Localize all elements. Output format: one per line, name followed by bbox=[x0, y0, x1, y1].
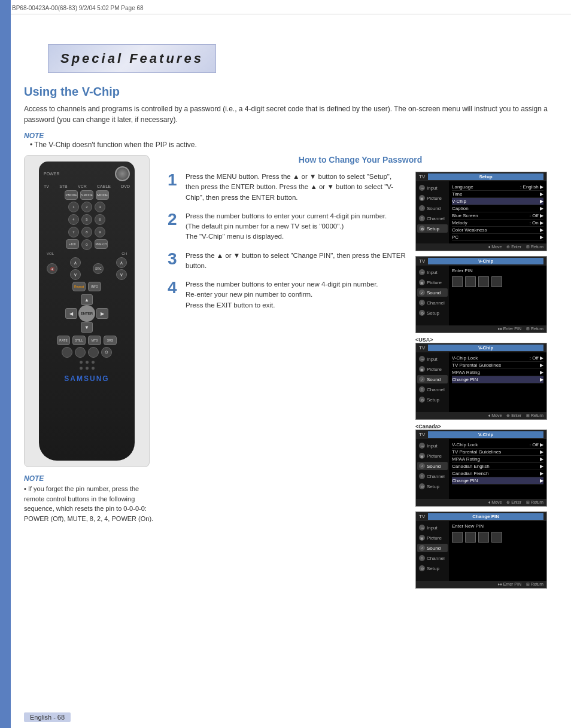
canfrench-label: Canadian French bbox=[452, 471, 488, 476]
screen1-input-label: Input bbox=[427, 185, 438, 191]
intro-text: Access to channels and programs is contr… bbox=[24, 103, 553, 125]
btn-prech[interactable]: PRE-CH bbox=[95, 239, 108, 249]
fn-btn-2[interactable] bbox=[75, 347, 86, 358]
canenglish-label: Canadian English bbox=[452, 464, 490, 469]
nav-right[interactable]: ▶ bbox=[96, 308, 108, 319]
pjate-button[interactable]: P.ATE bbox=[57, 336, 70, 345]
bottom-row-2: ⊙ bbox=[44, 347, 130, 358]
dot-3 bbox=[92, 361, 95, 364]
mpaa-arrow: ▶ bbox=[540, 370, 543, 375]
still-button[interactable]: STILL bbox=[72, 336, 86, 345]
screen1-item-picture: ▣ Picture bbox=[417, 194, 448, 202]
section-title: Using the V-Chip bbox=[24, 85, 553, 99]
source-button[interactable]: SRC bbox=[93, 263, 104, 274]
pmode-button[interactable]: P.MODE bbox=[65, 190, 78, 200]
screen1-sound-label: Sound bbox=[427, 206, 441, 211]
ch-label: CH bbox=[122, 252, 127, 255]
screen3-tv-label: TV bbox=[419, 345, 425, 351]
btn-4[interactable]: 4 bbox=[68, 214, 79, 225]
num-row-2: 4 5 6 bbox=[44, 214, 130, 225]
screen-vchip-pin: TV V-Chip ⇒Input ▣Picture ♪Sound ≡Channe… bbox=[415, 256, 547, 333]
repeat-button[interactable]: Repeat bbox=[72, 282, 86, 291]
ch-down[interactable]: ∨ bbox=[116, 269, 127, 280]
pin-box-1 bbox=[452, 276, 463, 287]
ca-vchiplock-value: : Off ▶ bbox=[530, 442, 543, 447]
ca-vchiplock-label: V-Chip Lock bbox=[452, 442, 478, 447]
screen3-item-setup: ⚙Setup bbox=[417, 395, 448, 404]
changepin-arrow: ▶ bbox=[540, 377, 543, 382]
btn-3[interactable]: 3 bbox=[95, 202, 105, 212]
colorweakness-label: Color Weakness bbox=[452, 227, 487, 233]
usa-label: <USA> bbox=[415, 337, 553, 343]
pin-boxes bbox=[452, 276, 543, 287]
step-2-number: 2 bbox=[168, 211, 180, 228]
screen5-body: ⇒Input ▣Picture ♪Sound ≡Channel ⚙Setup E… bbox=[416, 521, 546, 581]
sound-icon: ♪ bbox=[419, 205, 425, 211]
screen4-row-vchiplock: V-Chip Lock : Off ▶ bbox=[452, 441, 543, 449]
changepin-label: Change PIN bbox=[452, 377, 478, 382]
btn-1[interactable]: 1 bbox=[68, 202, 79, 212]
mute-button[interactable]: 🔇 bbox=[47, 263, 57, 274]
screen-canada-vchip: TV V-Chip ⇒Input ▣Picture ♪Sound ≡Channe… bbox=[415, 430, 547, 507]
new-pin-box-4 bbox=[491, 532, 502, 543]
enternewpin-label: Enter New PIN bbox=[452, 523, 543, 529]
screen1-tv-label: TV bbox=[419, 174, 425, 179]
screen1-content: Language : English ▶ Time ▶ V-Chip ▶ bbox=[449, 181, 546, 243]
mts-button[interactable]: MTS bbox=[88, 336, 101, 345]
vcr-label: VCR bbox=[78, 184, 87, 188]
screen4-item-sound: ♪Sound bbox=[417, 462, 448, 470]
srs-button[interactable]: SRS bbox=[104, 336, 117, 345]
mode-button[interactable]: MODE bbox=[96, 190, 109, 200]
pin-box-3 bbox=[478, 276, 489, 287]
btn-5[interactable]: 5 bbox=[81, 214, 92, 225]
step-3: 3 Press the ▲ or ▼ button to select "Cha… bbox=[168, 251, 406, 272]
screen4-footer: ♦ Move ⊕ Enter ⊞ Return bbox=[416, 499, 546, 506]
btn-8[interactable]: 8 bbox=[81, 227, 92, 237]
note-label: NOTE bbox=[24, 132, 44, 140]
fn-btn-3[interactable] bbox=[88, 347, 99, 358]
vol-up[interactable]: ∧ bbox=[70, 257, 81, 268]
vol-down[interactable]: ∨ bbox=[70, 269, 81, 280]
screen-changepin: TV Change PIN ⇒Input ▣Picture ♪Sound ≡Ch… bbox=[415, 511, 547, 589]
screen3-row-changepin: Change PIN ▶ bbox=[452, 376, 543, 383]
source-row: TV STB VCR CABLE DVD bbox=[44, 184, 130, 188]
screen1-picture-label: Picture bbox=[427, 196, 442, 201]
nav-down[interactable]: ▼ bbox=[81, 322, 93, 333]
screen3-sidebar: ⇒Input ▣Picture ♪Sound ≡Channel ⚙Setup bbox=[416, 352, 449, 412]
btn-9[interactable]: 9 bbox=[95, 227, 105, 237]
btn-100[interactable]: +100 bbox=[66, 239, 79, 249]
btn-2[interactable]: 2 bbox=[81, 202, 92, 212]
screen5-footer: ♦♦ Enter PIN ⊞ Return bbox=[416, 581, 546, 588]
footer-return: ⊞ Return bbox=[526, 245, 543, 249]
page-title: Special Features bbox=[60, 51, 204, 66]
fn-btn-4[interactable]: ⊙ bbox=[101, 347, 112, 358]
btn-6[interactable]: 6 bbox=[95, 214, 105, 225]
btn-0[interactable]: 0 bbox=[81, 239, 92, 250]
btn-7[interactable]: 7 bbox=[68, 227, 79, 237]
time-label: Time bbox=[452, 191, 462, 197]
screen4-row-tvpg: TV Parental Guidelines ▶ bbox=[452, 449, 543, 456]
screen2-sidebar: ⇒Input ▣Picture ♪Sound ≡Channel ⚙Setup bbox=[416, 266, 449, 325]
steps-and-screens: 1 Press the MENU button. Press the ▲ or … bbox=[168, 172, 553, 589]
power-button[interactable] bbox=[115, 166, 130, 181]
step-1-text: Press the MENU button. Press the ▲ or ▼ … bbox=[186, 172, 406, 203]
enter-button[interactable]: ENTER bbox=[78, 305, 95, 322]
info-button[interactable]: INFO bbox=[88, 282, 101, 291]
screen3-row-vchiplock: V-Chip Lock : Off ▶ bbox=[452, 355, 543, 362]
pc-label: PC bbox=[452, 234, 458, 240]
page-footer: English - 68 bbox=[24, 712, 71, 722]
language-value: : English ▶ bbox=[520, 184, 543, 190]
screen4-body: ⇒Input ▣Picture ♪Sound ≡Channel ⚙Setup V… bbox=[416, 439, 546, 499]
screen4-sidebar: ⇒Input ▣Picture ♪Sound ≡Channel ⚙Setup bbox=[416, 439, 449, 499]
repeat-info-row: Repeat INFO bbox=[44, 282, 130, 291]
ch-up[interactable]: ∧ bbox=[116, 257, 127, 268]
footer-enterpin: ♦♦ Enter PIN bbox=[498, 327, 521, 331]
step-1-number: 1 bbox=[168, 172, 180, 188]
nav-left[interactable]: ◀ bbox=[65, 308, 77, 319]
nav-up[interactable]: ▲ bbox=[81, 294, 93, 305]
fn-btn-1[interactable] bbox=[62, 347, 72, 358]
smode-button[interactable]: S.MODE bbox=[80, 190, 93, 200]
vchip-label: V-Chip bbox=[452, 199, 466, 204]
step-3-number: 3 bbox=[168, 251, 180, 267]
new-pin-box-2 bbox=[465, 532, 476, 543]
